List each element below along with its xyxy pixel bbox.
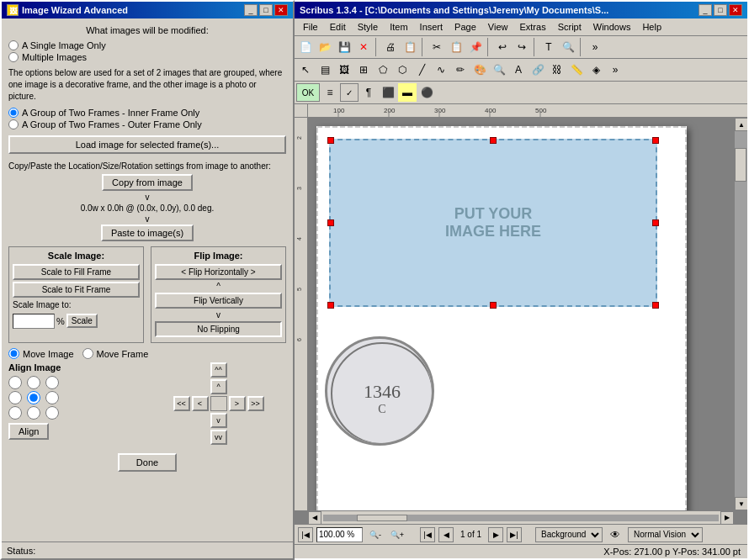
tb2-table-button[interactable]: ⊞ [354,61,373,79]
radio-multiple-images-input[interactable] [8,52,19,62]
scroll-h-thumb[interactable] [357,515,407,521]
handle-bl[interactable] [327,302,334,309]
align-mr[interactable] [45,391,59,404]
menu-item[interactable]: Item [385,20,412,34]
nav-up-button[interactable]: ^ [210,379,227,394]
tb2-text-edit-button[interactable]: A [509,61,528,79]
align-bc[interactable] [27,406,40,420]
tb2-text-frame-button[interactable]: ▤ [316,61,334,79]
align-bl[interactable] [8,406,22,420]
scroll-right-button[interactable]: ▶ [720,511,734,525]
tb2-select-button[interactable]: ↖ [296,61,315,79]
nav-right-right-button[interactable]: >> [247,396,264,411]
menu-page[interactable]: Page [449,20,481,34]
zoom-input[interactable] [316,527,363,542]
align-tl[interactable] [8,376,22,389]
tb-cut-button[interactable]: ✂ [428,38,446,56]
tb-save-button[interactable]: 💾 [335,38,353,56]
menu-file[interactable]: File [298,20,323,34]
tb2-unlink-button[interactable]: ⛓ [548,61,566,79]
menu-insert[interactable]: Insert [415,20,449,34]
paste-to-images-button[interactable]: Paste to image(s) [101,225,194,241]
menu-script[interactable]: Script [553,20,587,34]
tb-close-button[interactable]: ✕ [354,38,373,56]
background-select[interactable]: Background [535,527,603,542]
scroll-up-button[interactable]: ▲ [735,118,747,131]
tb2-node-button[interactable]: ◈ [587,61,605,79]
handle-tm[interactable] [490,137,497,144]
load-image-button[interactable]: Load image for selected frame(s)... [8,135,286,154]
scroll-h-track[interactable] [323,515,719,521]
scale-apply-button[interactable]: Scale [66,314,98,328]
radio-single-image-input[interactable] [8,40,19,50]
image-frame[interactable]: PUT YOURIMAGE HERE [329,139,657,307]
tb2-more2-button[interactable]: » [606,61,624,79]
nav-left-button[interactable]: < [192,396,209,411]
menu-style[interactable]: Style [353,20,383,34]
radio-outer-frame-input[interactable] [8,119,19,129]
tb2-bezier-button[interactable]: ∿ [432,61,450,79]
menu-edit[interactable]: Edit [325,20,351,34]
tb2-polygon-button[interactable]: ⬡ [393,61,412,79]
flip-vertical-button[interactable]: Flip Vertically [155,293,282,309]
tb2-freehand-button[interactable]: ✏ [451,61,470,79]
close-button[interactable]: ✕ [274,4,288,16]
scale-fill-button[interactable]: Scale to Fill Frame [13,264,140,280]
done-button[interactable]: Done [118,453,177,472]
copy-from-image-button[interactable]: Copy from image [102,174,193,191]
align-mc[interactable] [27,391,40,404]
scale-fit-button[interactable]: Scale to Fit Frame [13,282,140,298]
tb3-align-button[interactable]: ⬛ [379,83,397,102]
align-tr[interactable] [45,376,59,389]
tb2-color-button[interactable]: 🎨 [470,61,489,79]
page-next-next-button[interactable]: ▶| [507,527,522,542]
scroll-v-track[interactable] [735,131,747,497]
tb-print-button[interactable]: 🖨 [381,38,400,56]
scribus-minimize-button[interactable]: _ [699,4,712,16]
handle-tl[interactable] [327,137,334,144]
flip-horizontal-button[interactable]: < Flip Horizontally > [155,264,282,280]
nav-up-up-button[interactable]: ^^ [210,362,227,378]
handle-tr[interactable] [652,137,659,144]
page-prev-prev-button[interactable]: |◀ [420,527,435,542]
menu-help[interactable]: Help [637,20,667,34]
align-ml[interactable] [8,391,22,404]
tb-text-button[interactable]: T [539,38,558,56]
minimize-button[interactable]: _ [244,4,258,16]
scrollbar-vertical[interactable]: ▲ ▼ [734,118,747,510]
tb-new-button[interactable]: 📄 [296,38,315,56]
handle-br[interactable] [652,302,659,309]
page-next-button[interactable]: ▶ [488,527,503,542]
scribus-close-button[interactable]: ✕ [729,4,742,16]
tb3-check-button[interactable]: ✓ [340,83,359,102]
tb2-link-button[interactable]: 🔗 [529,61,547,79]
nav-left-left-button[interactable]: << [173,396,190,411]
nav-right-button[interactable]: > [229,396,246,411]
align-tc[interactable] [27,376,40,389]
vision-select[interactable]: Normal Vision [628,527,703,542]
tb3-list-button[interactable]: ≡ [321,83,339,102]
radio-inner-frame-input[interactable] [8,108,19,118]
tb3-highlight-button[interactable]: ▬ [398,83,417,102]
tb2-zoom-button[interactable]: 🔍 [490,61,508,79]
tb-redo-button[interactable]: ↪ [513,38,531,56]
zoom-out-button[interactable]: 🔍- [366,526,385,544]
menu-windows[interactable]: Windows [588,20,636,34]
tb-pdf-button[interactable]: 📋 [401,38,419,56]
tb-preview-button[interactable]: 👁 [606,526,624,544]
tb-zoom-in-button[interactable]: 🔍 [559,38,577,56]
scroll-down-button[interactable]: ▼ [735,497,747,510]
nav-down-down-button[interactable]: vv [210,430,227,445]
scroll-left-button[interactable]: ◀ [308,511,321,525]
menu-extras[interactable]: Extras [514,20,550,34]
zoom-in-button2[interactable]: 🔍+ [388,526,406,544]
page-prev-button[interactable]: ◀ [438,527,454,542]
canvas-content[interactable]: PUT YOURIMAGE HERE [308,118,734,510]
menu-view[interactable]: View [483,20,513,34]
tb-copy-button[interactable]: 📋 [447,38,465,56]
handle-ml[interactable] [327,219,334,226]
scrollbar-horizontal[interactable]: ◀ ▶ [308,510,734,524]
tb2-line-button[interactable]: ╱ [412,61,431,79]
scribus-maximize-button[interactable]: □ [714,4,727,16]
tb3-snap-button[interactable]: ⚫ [417,83,436,102]
